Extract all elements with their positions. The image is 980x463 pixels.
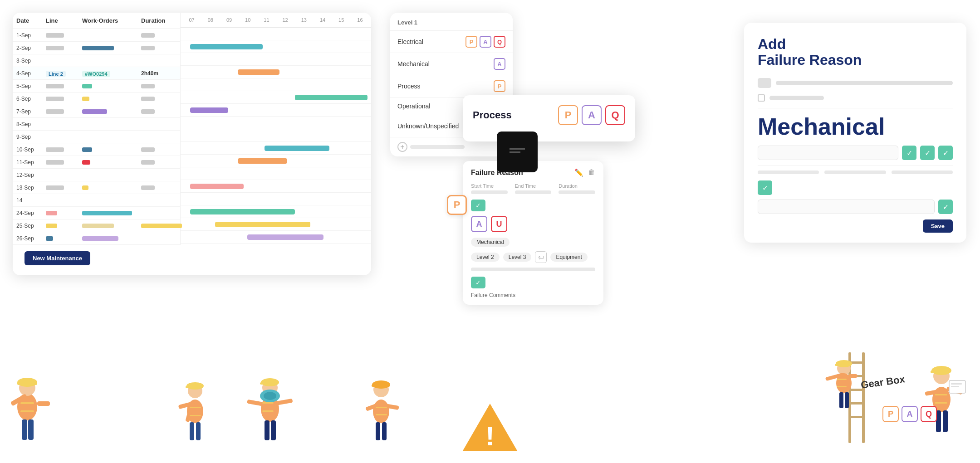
mechanical-big-title: Mechanical bbox=[758, 115, 953, 138]
afp-check-time[interactable]: ✓ bbox=[758, 180, 772, 195]
afp-select-row-1: ✓ ✓ ✓ bbox=[758, 146, 953, 160]
fl-row-electrical[interactable]: Electrical P A Q bbox=[390, 31, 513, 53]
warning-triangle: ! bbox=[461, 400, 519, 456]
start-time-label: Start Time bbox=[471, 183, 508, 189]
svg-rect-53 bbox=[848, 416, 865, 418]
p-float-badge: P bbox=[447, 195, 467, 215]
svg-rect-29 bbox=[265, 420, 270, 440]
gantt-row-11sep: 11-Sep bbox=[13, 156, 180, 169]
afp-select-row-2: ✓ bbox=[758, 200, 953, 214]
fr-detail-panel: Failure Reason ✏️ 🗑 Start Time End Time … bbox=[463, 161, 603, 305]
worker-far-right bbox=[916, 348, 966, 454]
svg-rect-12 bbox=[37, 401, 50, 406]
pp-badge-q: Q bbox=[605, 105, 625, 125]
svg-rect-8 bbox=[17, 382, 37, 385]
badge-q-electrical: Q bbox=[494, 36, 505, 48]
gantt-line-header: Line bbox=[46, 17, 82, 24]
svg-rect-46 bbox=[376, 414, 387, 415]
svg-rect-19 bbox=[190, 422, 194, 440]
svg-rect-17 bbox=[186, 386, 203, 388]
svg-rect-13 bbox=[20, 402, 34, 404]
delete-icon[interactable]: 🗑 bbox=[588, 168, 595, 177]
check-button-tags[interactable]: ✓ bbox=[471, 277, 485, 288]
svg-rect-73 bbox=[935, 402, 947, 404]
svg-rect-66 bbox=[931, 370, 951, 373]
fr-badge-u: U bbox=[491, 216, 507, 232]
afp-checkbox-1[interactable] bbox=[758, 94, 765, 102]
afp-save-button[interactable]: Save bbox=[923, 219, 953, 233]
afp-select-2[interactable] bbox=[758, 200, 935, 214]
gantt-dur-header: Duration bbox=[141, 17, 175, 24]
afp-line-1 bbox=[776, 81, 953, 85]
afp-divider-2 bbox=[758, 166, 953, 166]
afp-start-bar bbox=[758, 171, 819, 174]
add-failure-title: Add Failure Reason bbox=[758, 36, 953, 68]
paq-p-badge: P bbox=[882, 406, 899, 422]
gantt-row-3sep: 3-Sep bbox=[13, 54, 180, 67]
add-circle-icon[interactable]: + bbox=[397, 142, 407, 152]
fr-tag-level3: Level 3 bbox=[503, 253, 532, 262]
gantt-row-14sep: 14 bbox=[13, 194, 180, 207]
pp-badge-p: P bbox=[558, 105, 578, 125]
svg-rect-27 bbox=[260, 382, 278, 385]
fr-tag-level2: Level 2 bbox=[471, 253, 500, 262]
failure-comments-label: Failure Comments bbox=[471, 292, 595, 298]
svg-rect-2 bbox=[510, 151, 520, 153]
svg-rect-35 bbox=[262, 402, 274, 404]
gantt-row-25sep: 25-Sep bbox=[13, 219, 180, 232]
svg-rect-14 bbox=[20, 410, 34, 412]
new-maintenance-button[interactable]: New Maintenance bbox=[24, 251, 90, 265]
fl-unknown-label: Unknown/Unspecified bbox=[397, 122, 459, 130]
svg-rect-61 bbox=[848, 374, 858, 378]
add-failure-right-panel: Add Failure Reason Mechanical ✓ ✓ ✓ bbox=[744, 23, 966, 243]
afp-check-btn-1[interactable]: ✓ bbox=[902, 146, 916, 160]
paq-q-badge: Q bbox=[921, 406, 937, 422]
afp-check-btn-3[interactable]: ✓ bbox=[938, 146, 953, 160]
gantt-row-6sep: 6-Sep bbox=[13, 93, 180, 105]
svg-rect-30 bbox=[271, 420, 276, 440]
duration-bar bbox=[559, 190, 595, 194]
check-button-time[interactable]: ✓ bbox=[471, 200, 485, 211]
svg-rect-63 bbox=[837, 386, 847, 387]
duration-label: Duration bbox=[559, 183, 595, 189]
gantt-row-10sep: 10-Sep bbox=[13, 143, 180, 156]
svg-point-34 bbox=[264, 392, 276, 400]
badge-p-electrical: P bbox=[466, 36, 477, 48]
fl-add-bar bbox=[410, 145, 465, 149]
fr-tag-mechanical: Mechanical bbox=[471, 238, 510, 247]
svg-rect-45 bbox=[376, 407, 387, 408]
fl-row-mechanical[interactable]: Mechanical A bbox=[390, 53, 513, 75]
svg-text:!: ! bbox=[485, 421, 495, 451]
svg-rect-72 bbox=[935, 394, 947, 395]
fl-operational-label: Operational bbox=[397, 102, 430, 110]
gantt-date-header: Date bbox=[16, 17, 46, 24]
svg-rect-39 bbox=[372, 385, 390, 387]
worker-4 bbox=[358, 366, 404, 458]
afp-end-bar bbox=[824, 171, 886, 174]
afp-rect-1 bbox=[758, 78, 771, 88]
afp-divider bbox=[758, 108, 953, 108]
gantt-row-2sep: 2-Sep bbox=[13, 42, 180, 54]
fl-row-process[interactable]: Process P bbox=[390, 75, 513, 97]
fr-tags-row: Mechanical bbox=[471, 238, 595, 247]
end-time-label: End Time bbox=[515, 183, 552, 189]
afp-select-1[interactable] bbox=[758, 146, 898, 160]
edit-icon[interactable]: ✏️ bbox=[574, 168, 583, 177]
process-popup: Process P A Q bbox=[463, 95, 635, 141]
gantt-row-1sep: 1-Sep bbox=[13, 29, 180, 42]
worker-2 bbox=[172, 366, 218, 458]
afp-check-btn-2[interactable]: ✓ bbox=[920, 146, 935, 160]
process-popup-title: Process bbox=[473, 109, 512, 121]
fr-level-tags-row: Level 2 Level 3 🏷 Equipment bbox=[471, 251, 595, 263]
svg-rect-59 bbox=[845, 392, 849, 408]
svg-rect-56 bbox=[835, 364, 851, 366]
badge-a-mechanical: A bbox=[494, 58, 505, 70]
svg-rect-42 bbox=[382, 422, 387, 440]
svg-rect-23 bbox=[190, 407, 201, 408]
paq-badges-bottom: P A Q bbox=[882, 406, 937, 422]
fl-mechanical-label: Mechanical bbox=[397, 60, 430, 68]
gantt-row-8sep: 8-Sep bbox=[13, 118, 180, 131]
fr-badge-a: A bbox=[471, 216, 487, 232]
gantt-row-4sep: 4-Sep Line 2 #WO0294 2h40m bbox=[13, 67, 180, 80]
afp-check-btn-4[interactable]: ✓ bbox=[938, 200, 953, 214]
